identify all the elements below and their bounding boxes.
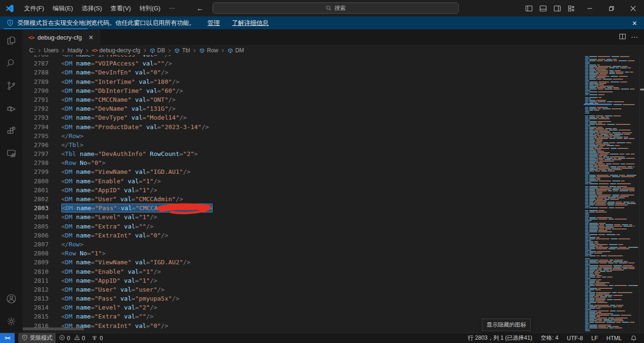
code-line[interactable]: 2792<DM name="DevName" val="131G"/> (23, 104, 584, 113)
code-line[interactable]: 2796</Tbl> (23, 140, 584, 149)
code-line[interactable]: 2789<DM name="InterTime" val="180"/> (23, 77, 584, 86)
chevron-right-icon (192, 49, 197, 53)
code-file-icon: <> (91, 47, 97, 54)
tab-debug-decry-cfg[interactable]: <> debug-decry-cfg ✕ (23, 29, 100, 46)
code-line-selected[interactable]: 2803<DM·name="Pass"·val="CMCCA> (23, 204, 584, 212)
breadcrumb-item-debug-decry-cfg[interactable]: <>debug-decry-cfg (91, 47, 140, 54)
vertical-scrollbar[interactable] (639, 55, 644, 333)
menu-item-3[interactable]: 查看(V) (106, 2, 135, 15)
status-language-mode[interactable]: HTML (603, 333, 625, 343)
explorer-icon[interactable] (0, 29, 23, 52)
code-line[interactable]: 2801<DM name="AppID" val="1"/> (23, 186, 584, 195)
code-line[interactable]: 2814<DM name="Level" val="2"/> (23, 303, 584, 312)
code-line[interactable]: 2790<DM name="DbInterTime" val="60"/> (23, 86, 584, 95)
run-debug-icon[interactable] (0, 97, 23, 120)
minimap[interactable] (584, 55, 639, 333)
status-problems[interactable]: 0 0 (56, 333, 88, 343)
status-cursor-position[interactable]: 行 2803，列 1 (已选择41) (464, 333, 536, 343)
search-icon (326, 5, 332, 11)
code-line[interactable]: 2794<DM name="ProductDate" val="2023-3-1… (23, 122, 584, 131)
banner-close-icon[interactable]: ✕ (630, 18, 639, 28)
shield-small-icon (22, 335, 28, 342)
menu-item-1[interactable]: 编辑(E) (49, 2, 77, 15)
code-line[interactable]: 2812<DM name="User" val="user"/> (23, 285, 584, 294)
code-line[interactable]: 2788<DM name="DevInfEn" val="0"/> (23, 68, 584, 77)
cube-symbol-icon (227, 48, 233, 54)
code-line[interactable]: 2802<DM name="User" val="CMCCAdmin"/> (23, 195, 584, 204)
code-line[interactable]: 2798<Row No="0"> (23, 158, 584, 167)
code-line[interactable]: 2791<DM name="CMCCName" val="ONT"/> (23, 95, 584, 104)
toggle-secondary-sidebar-icon[interactable] (551, 2, 564, 15)
code-line[interactable]: 2786<DM name="IPTVAccess" val=""/> (23, 55, 584, 59)
close-icon[interactable] (622, 0, 644, 16)
code-line[interactable]: 2799<DM name="ViewName" val="IGD.AU1"/> (23, 167, 584, 176)
code-line[interactable]: 2810<DM name="Enable" val="1"/> (23, 267, 584, 276)
account-icon[interactable] (0, 287, 23, 310)
code-line[interactable]: 2808<Row No="1"> (23, 249, 584, 258)
code-line[interactable]: 2811<DM name="AppID" val="1"/> (23, 276, 584, 285)
code-line[interactable]: 2800<DM name="Enable" val="1"/> (23, 177, 584, 186)
line-number: 2805 (23, 222, 61, 231)
code-line[interactable]: 2804<DM name="Level" val="1"/> (23, 212, 584, 221)
chevron-right-icon (37, 49, 41, 53)
toggle-sidebar-icon[interactable] (522, 2, 536, 15)
code-line[interactable]: 2806<DM name="ExtraInt" val="0"/> (23, 231, 584, 240)
status-restricted-mode[interactable]: 受限模式 (18, 333, 56, 343)
line-number: 2788 (23, 68, 61, 77)
restore-icon[interactable] (601, 0, 622, 16)
cube-symbol-icon (199, 48, 205, 54)
status-ports[interactable]: 0 (88, 333, 106, 343)
menu-item-2[interactable]: 选择(S) (77, 2, 106, 15)
minimize-icon[interactable] (579, 0, 601, 16)
tab-close-icon[interactable]: ✕ (87, 33, 95, 41)
code-editor[interactable]: 2786<DM name="IPTVAccess" val=""/>2787<D… (23, 55, 644, 333)
remote-indicator-icon[interactable]: >< (0, 333, 15, 343)
status-indentation[interactable]: 空格: 4 (537, 333, 561, 343)
breadcrumb-item-dm[interactable]: DM (227, 47, 244, 54)
line-number: 2792 (23, 104, 61, 113)
code-line[interactable]: 2813<DM name="Pass" val="pmyupa5x"/> (23, 294, 584, 303)
menu-item-0[interactable]: 文件(F) (20, 2, 49, 15)
tab-bar: <> debug-decry-cfg ✕ ⋯ (23, 29, 644, 46)
extensions-icon[interactable] (0, 120, 23, 142)
line-number: 2802 (23, 195, 61, 204)
status-encoding[interactable]: UTF-8 (563, 333, 586, 343)
breadcrumb-item-tbl[interactable]: Tbl (174, 47, 190, 54)
horizontal-scrollbar[interactable] (23, 327, 84, 330)
code-line[interactable]: 2787<DM name="VOIPAccess" val=""/> (23, 59, 584, 68)
title-bar: 文件(F)编辑(E)选择(S)查看(V)转到(G)··· ← → 搜索 (0, 0, 644, 16)
search-view-icon[interactable] (0, 52, 23, 74)
code-line[interactable]: 2793<DM name="DevType" val="Model14"/> (23, 113, 584, 122)
code-line[interactable]: 2805<DM name="Extra" val=""/> (23, 222, 584, 231)
code-line[interactable]: 2809<DM name="ViewName" val="IGD.AU2"/> (23, 258, 584, 267)
breadcrumb-item-db[interactable]: DB (149, 47, 165, 54)
radio-tower-icon (91, 335, 98, 342)
menu-item-4[interactable]: 转到(G) (135, 2, 165, 15)
bell-icon[interactable] (627, 333, 640, 343)
toggle-panel-icon[interactable] (537, 2, 550, 15)
customize-layout-icon[interactable] (565, 2, 578, 15)
command-center-search[interactable]: 搜索 (213, 2, 459, 14)
manage-link[interactable]: 管理 (207, 19, 220, 27)
breadcrumb-item-c[interactable]: C: (29, 47, 35, 54)
line-number: 2797 (23, 149, 61, 158)
code-line[interactable]: 2807</Row> (23, 240, 584, 249)
line-number: 2803 (23, 204, 61, 212)
remote-explorer-icon[interactable] (0, 142, 23, 165)
breadcrumb: C:Usershtadiy<>debug-decry-cfgDBTblRowDM (23, 46, 644, 55)
code-line[interactable]: 2795</Row> (23, 131, 584, 140)
breadcrumb-item-htadiy[interactable]: htadiy (67, 47, 83, 54)
status-eol[interactable]: LF (588, 333, 601, 343)
split-editor-icon[interactable] (619, 33, 626, 42)
more-actions-icon[interactable]: ⋯ (631, 33, 638, 41)
chevron-right-icon (61, 49, 65, 53)
code-line[interactable]: 2797<Tbl name="DevAuthInfo" RowCount="2"… (23, 149, 584, 158)
breadcrumb-item-row[interactable]: Row (199, 47, 218, 54)
breadcrumb-item-users[interactable]: Users (44, 47, 58, 54)
menu-more[interactable]: ··· (165, 2, 179, 15)
editor-lines: 2786<DM name="IPTVAccess" val=""/>2787<D… (23, 55, 584, 330)
source-control-icon[interactable] (0, 74, 23, 97)
settings-gear-icon[interactable] (0, 310, 23, 333)
learn-more-link[interactable]: 了解详细信息 (232, 19, 269, 27)
back-arrow-icon[interactable]: ← (196, 4, 204, 13)
